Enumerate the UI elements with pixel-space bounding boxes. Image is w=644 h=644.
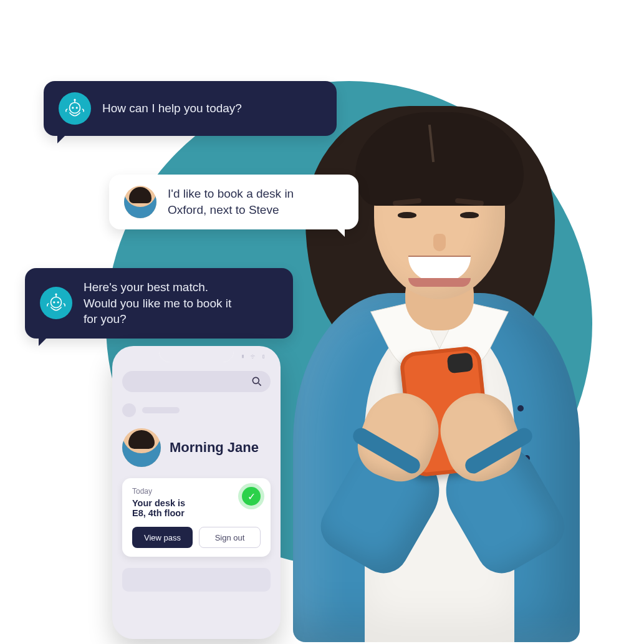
user-avatar-icon [124, 186, 156, 218]
chat-message-text: How can I help you today? [102, 100, 242, 117]
view-pass-button[interactable]: View pass [132, 527, 193, 548]
text-line: Here's your best match. [84, 281, 208, 294]
svg-point-4 [74, 99, 75, 101]
chat-bubble-user-1: I'd like to book a desk in Oxford, next … [109, 175, 358, 229]
svg-point-9 [55, 294, 57, 296]
skeleton-row [122, 403, 271, 417]
search-icon [251, 375, 263, 388]
user-avatar-icon [122, 428, 161, 467]
skeleton-block [122, 568, 271, 592]
bot-icon [40, 287, 72, 319]
chat-bubble-bot-2: Here's your best match. Would you like m… [25, 268, 293, 339]
text-line: Would you like me to book it [84, 297, 231, 310]
svg-point-6 [53, 302, 55, 304]
chat-bubble-bot-1: How can I help you today? [44, 81, 337, 136]
card-subtitle: Today [132, 487, 185, 496]
sign-out-button[interactable]: Sign out [199, 527, 261, 548]
svg-point-10 [252, 377, 259, 383]
composition: How can I help you today? I'd like to bo… [0, 0, 644, 644]
chat-message-text: Here's your best match. Would you like m… [84, 279, 231, 327]
svg-line-11 [259, 383, 261, 386]
status-bar-icons: ▮ ᯤ ▯ [241, 352, 267, 361]
phone-mockup: ▮ ᯤ ▯ Morning Jane Today Your desk is E8… [112, 346, 281, 639]
text-line: I'd like to book a desk in [168, 187, 294, 200]
search-input[interactable] [122, 371, 271, 392]
booking-card: Today Your desk is E8, 4th floor ✓ View … [122, 478, 271, 557]
bot-icon [59, 92, 91, 125]
svg-point-2 [76, 107, 78, 108]
text-line: E8, 4th floor [132, 508, 185, 518]
greeting-row: Morning Jane [122, 428, 271, 467]
svg-point-0 [70, 102, 80, 113]
greeting-text: Morning Jane [170, 440, 259, 456]
chat-message-text: I'd like to book a desk in Oxford, next … [168, 186, 294, 218]
person-illustration [268, 56, 617, 636]
svg-point-5 [51, 297, 62, 308]
check-icon: ✓ [242, 487, 261, 506]
text-line: Oxford, next to Steve [168, 203, 279, 216]
text-line: for you? [84, 312, 127, 325]
svg-point-7 [57, 302, 59, 304]
card-title: Your desk is E8, 4th floor [132, 498, 185, 518]
text-line: Your desk is [132, 498, 185, 508]
svg-point-1 [72, 107, 74, 108]
